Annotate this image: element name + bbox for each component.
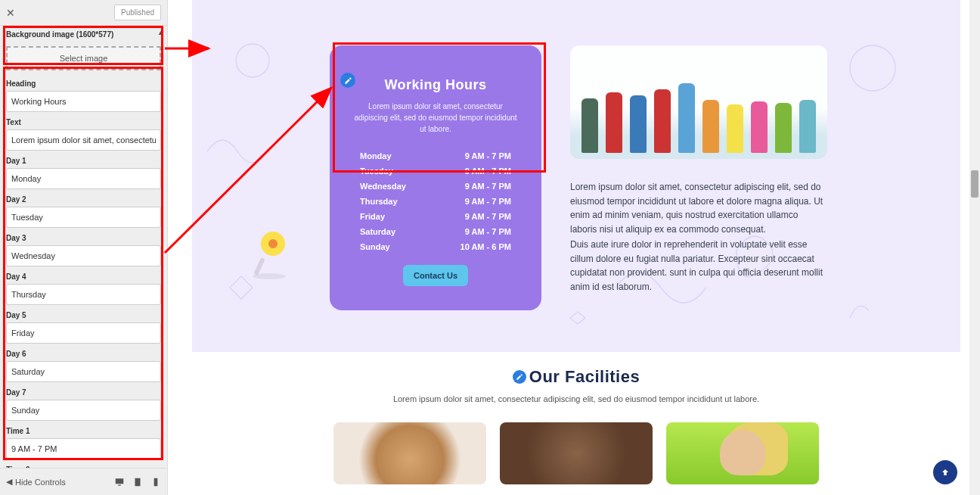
device-switcher xyxy=(114,477,161,487)
hero-image xyxy=(570,45,827,159)
rattle-decoration xyxy=(247,227,292,280)
heading-input[interactable] xyxy=(6,91,161,112)
hours-subtitle: Lorem ipsum dolor sit amet, consectetur … xyxy=(348,101,523,135)
pencil-icon xyxy=(516,373,523,381)
hero-section: Working Hours Lorem ipsum dolor sit amet… xyxy=(192,0,960,352)
sidebar-body: Background image (1600*577) ▲ Select ima… xyxy=(0,26,167,468)
hours-day: Tuesday xyxy=(360,167,393,176)
field-label: Day 2 xyxy=(0,192,167,205)
sidebar-footer: ◀ Hide Controls xyxy=(0,468,167,495)
field-label: Day 6 xyxy=(0,347,167,360)
mobile-icon[interactable] xyxy=(150,477,161,487)
facility-card[interactable] xyxy=(333,422,486,484)
hours-time: 9 AM - 7 PM xyxy=(465,151,511,160)
hours-title: Working Hours xyxy=(348,77,523,93)
preview-pane: Working Hours Lorem ipsum dolor sit amet… xyxy=(168,0,980,495)
time1-input[interactable] xyxy=(6,438,161,459)
text-input[interactable] xyxy=(6,129,161,151)
facilities-title: Our Facilities xyxy=(513,367,640,387)
preview-scroll-thumb[interactable] xyxy=(971,170,978,198)
collapse-icon[interactable]: ▲ xyxy=(157,29,164,36)
svg-point-5 xyxy=(253,273,286,279)
select-image-button[interactable]: Select image xyxy=(6,46,161,70)
hours-list: Monday9 AM - 7 PMTuesday9 AM - 7 PMWedne… xyxy=(348,148,523,254)
svg-point-3 xyxy=(268,239,278,248)
edit-hours-icon[interactable] xyxy=(340,73,355,88)
desktop-icon[interactable] xyxy=(114,477,125,487)
hero-paragraph-2: Duis aute irure dolor in reprehenderit i… xyxy=(570,238,827,294)
hours-time: 9 AM - 7 PM xyxy=(465,227,511,236)
hours-row: Wednesday9 AM - 7 PM xyxy=(348,179,523,194)
hours-day: Wednesday xyxy=(360,182,406,191)
field-label: Day 4 xyxy=(0,269,167,282)
hours-row: Friday9 AM - 7 PM xyxy=(348,209,523,224)
hours-day: Thursday xyxy=(360,197,398,206)
field-label: Day 1 xyxy=(0,154,167,167)
customizer-sidebar: ✕ Published Background image (1600*577) … xyxy=(0,0,168,495)
facilities-subtitle: Lorem ipsum dolor sit amet, consectetur … xyxy=(192,393,960,406)
chevron-up-icon xyxy=(940,467,951,478)
close-icon[interactable]: ✕ xyxy=(6,7,15,19)
hours-time: 9 AM - 7 PM xyxy=(465,212,511,221)
tablet-icon[interactable] xyxy=(132,477,143,487)
hero-paragraph-1: Lorem ipsum dolor sit amet, consectetur … xyxy=(570,180,827,236)
field-label: Day 7 xyxy=(0,385,167,398)
facilities-cards xyxy=(192,422,960,484)
hours-row: Tuesday9 AM - 7 PM xyxy=(348,163,523,179)
hours-row: Saturday9 AM - 7 PM xyxy=(348,224,523,239)
hours-day: Monday xyxy=(360,151,392,160)
field-label: Text xyxy=(0,115,167,128)
facilities-section: Our Facilities Lorem ipsum dolor sit ame… xyxy=(192,367,960,484)
hours-row: Thursday9 AM - 7 PM xyxy=(348,194,523,209)
scroll-to-top-button[interactable] xyxy=(933,460,957,484)
published-button[interactable]: Published xyxy=(114,5,161,20)
hours-day: Friday xyxy=(360,212,385,221)
preview-scrollbar[interactable] xyxy=(969,0,980,495)
collapse-left-icon: ◀ xyxy=(6,477,12,487)
svg-point-0 xyxy=(236,44,269,77)
hours-row: Monday9 AM - 7 PM xyxy=(348,148,523,163)
section-bg-label: Background image (1600*577) ▲ xyxy=(0,26,167,43)
day2-input[interactable] xyxy=(6,207,161,228)
day6-input[interactable] xyxy=(6,361,161,382)
day3-input[interactable] xyxy=(6,245,161,266)
day7-input[interactable] xyxy=(6,400,161,421)
pencil-icon xyxy=(344,76,352,85)
hours-time: 9 AM - 7 PM xyxy=(465,197,511,206)
hours-row: Sunday10 AM - 6 PM xyxy=(348,239,523,254)
contact-us-button[interactable]: Contact Us xyxy=(403,265,468,286)
sidebar-header: ✕ Published xyxy=(0,0,167,26)
hide-controls-button[interactable]: ◀ Hide Controls xyxy=(6,477,66,487)
working-hours-card: Working Hours Lorem ipsum dolor sit amet… xyxy=(330,45,541,310)
field-label: Day 3 xyxy=(0,231,167,244)
hours-time: 10 AM - 6 PM xyxy=(461,242,511,251)
hours-time: 9 AM - 7 PM xyxy=(465,182,511,191)
day5-input[interactable] xyxy=(6,322,161,344)
field-label: Day 5 xyxy=(0,308,167,321)
edit-facilities-icon[interactable] xyxy=(513,370,526,384)
field-label: Time 2 xyxy=(0,462,167,468)
day4-input[interactable] xyxy=(6,284,161,305)
field-label: Time 1 xyxy=(0,424,167,437)
field-label: Heading xyxy=(0,76,167,89)
hours-time: 9 AM - 7 PM xyxy=(465,167,511,176)
day1-input[interactable] xyxy=(6,168,161,189)
svg-rect-4 xyxy=(253,257,265,276)
svg-point-1 xyxy=(850,45,895,91)
facility-card[interactable] xyxy=(666,422,819,484)
facility-card[interactable] xyxy=(500,422,653,484)
hours-day: Saturday xyxy=(360,227,395,236)
hours-day: Sunday xyxy=(360,242,390,251)
